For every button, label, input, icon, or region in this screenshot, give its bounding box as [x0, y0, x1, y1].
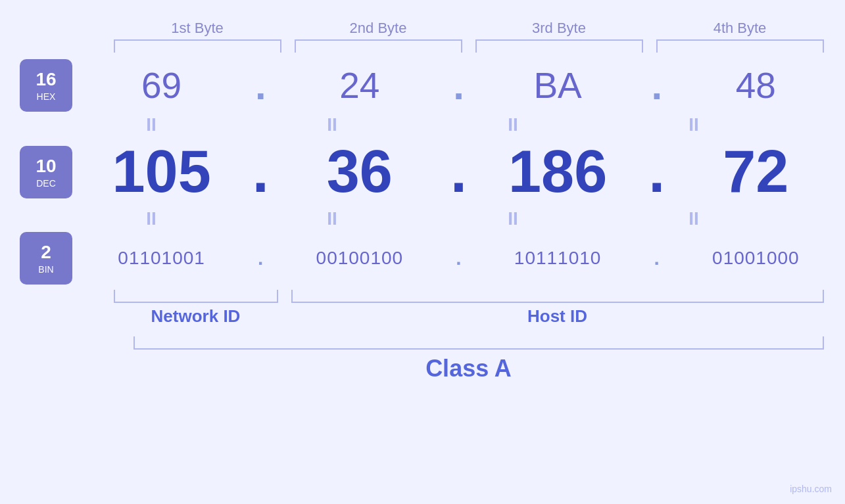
dec-dot1: .	[251, 138, 270, 206]
hex-b3: BA	[469, 64, 647, 106]
bin-badge: 2 BIN	[20, 232, 72, 285]
class-bracket	[133, 336, 824, 350]
hex-values: 69 . 24 . BA . 48	[72, 63, 845, 108]
byte3-header: 3rd Byte	[469, 20, 650, 37]
id-labels-row: Network ID Host ID	[107, 306, 831, 327]
eq1-b1: II	[61, 114, 242, 135]
bracket-3	[475, 39, 643, 53]
byte-headers: 1st Byte 2nd Byte 3rd Byte 4th Byte	[107, 20, 831, 37]
eq1-b4: II	[604, 114, 785, 135]
bracket-1	[114, 39, 281, 53]
eq2-b2: II	[242, 208, 423, 229]
eq1-b3: II	[423, 114, 604, 135]
dec-b1: 105	[72, 138, 251, 206]
dec-b2: 36	[270, 138, 448, 206]
network-id-label: Network ID	[114, 306, 278, 327]
hex-badge-label: HEX	[37, 91, 56, 102]
top-brackets	[107, 39, 831, 53]
dec-values: 105 . 36 . 186 . 72	[72, 138, 845, 206]
bin-badge-label: BIN	[38, 264, 53, 275]
hex-badge-num: 16	[36, 69, 56, 90]
bin-b2: 00100100	[270, 248, 448, 269]
hex-badge: 16 HEX	[20, 59, 72, 112]
bracket-2	[295, 39, 462, 53]
bin-b4: 01001000	[667, 248, 845, 269]
eq1-b2: II	[242, 114, 423, 135]
bin-row: 2 BIN 01101001 . 00100100 . 10111010 . 0…	[0, 232, 845, 285]
network-bracket	[114, 290, 278, 303]
dec-badge-num: 10	[36, 156, 56, 177]
bin-badge-num: 2	[41, 242, 51, 263]
eq2-b4: II	[604, 208, 785, 229]
hex-dot1: .	[251, 63, 270, 108]
dec-b4: 72	[667, 138, 845, 206]
bin-b1: 01101001	[72, 248, 251, 269]
eq2-b3: II	[423, 208, 604, 229]
dec-badge-label: DEC	[36, 178, 56, 189]
hex-dot3: .	[647, 63, 667, 108]
dec-badge: 10 DEC	[20, 146, 72, 198]
bracket-4	[656, 39, 824, 53]
dec-b3: 186	[469, 138, 647, 206]
main-container: 1st Byte 2nd Byte 3rd Byte 4th Byte 16 H…	[0, 0, 845, 504]
eq2-b1: II	[61, 208, 242, 229]
hex-dot2: .	[449, 63, 469, 108]
byte4-header: 4th Byte	[650, 20, 831, 37]
byte2-header: 2nd Byte	[288, 20, 469, 37]
bin-values: 01101001 . 00100100 . 10111010 . 0100100…	[72, 247, 845, 269]
equals-row-1: II II II II	[61, 114, 785, 135]
hex-row: 16 HEX 69 . 24 . BA . 48	[0, 59, 845, 112]
bin-dot1: .	[251, 247, 270, 269]
bin-dot3: .	[647, 247, 667, 269]
host-id-label: Host ID	[291, 306, 824, 327]
bottom-brackets	[107, 290, 831, 303]
hex-b1: 69	[72, 64, 251, 106]
dec-row: 10 DEC 105 . 36 . 186 . 72	[0, 138, 845, 206]
dec-dot2: .	[449, 138, 469, 206]
dec-dot3: .	[647, 138, 667, 206]
host-bracket	[291, 290, 824, 303]
byte1-header: 1st Byte	[107, 20, 288, 37]
hex-b4: 48	[667, 64, 845, 106]
hex-b2: 24	[270, 64, 448, 106]
equals-row-2: II II II II	[61, 208, 785, 229]
class-label: Class A	[107, 355, 831, 382]
bin-b3: 10111010	[469, 248, 647, 269]
watermark: ipshu.com	[790, 484, 832, 494]
bin-dot2: .	[449, 247, 469, 269]
